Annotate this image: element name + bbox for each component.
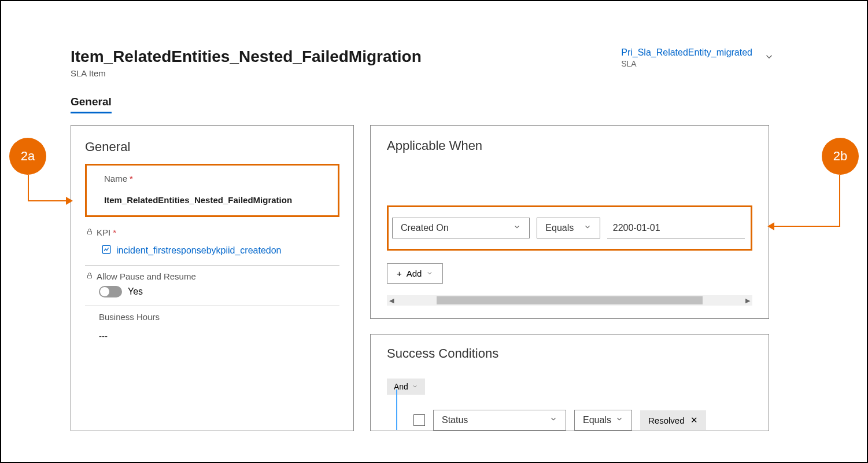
page-title: Item_RelatedEntities_Nested_FailedMigrat… <box>71 47 422 66</box>
callout-arrowhead-2a <box>66 197 73 205</box>
chevron-down-icon <box>615 415 623 425</box>
general-panel-title: General <box>85 139 339 155</box>
name-field-highlight: Name* Item_RelatedEntities_Nested_Failed… <box>85 164 339 217</box>
allow-pause-toggle[interactable] <box>99 286 122 297</box>
allow-pause-value: Yes <box>128 286 143 297</box>
chevron-down-icon <box>513 223 521 233</box>
svg-rect-0 <box>88 232 92 234</box>
tab-general[interactable]: General <box>71 95 112 113</box>
condition-field-dropdown[interactable]: Created On <box>392 218 530 238</box>
business-hours-value[interactable]: --- <box>99 331 339 341</box>
chevron-down-icon <box>583 223 592 233</box>
plus-icon: + <box>397 269 402 278</box>
kpi-field-label: KPI* <box>86 227 339 237</box>
applicable-when-panel: Applicable When Created On Equals <box>370 125 769 319</box>
success-conditions-title: Success Conditions <box>387 346 752 361</box>
scrollbar-thumb[interactable] <box>437 296 703 304</box>
kpi-icon <box>101 244 112 257</box>
page-subtitle: SLA Item <box>71 68 422 78</box>
callout-arrow-2a-h <box>28 200 71 201</box>
applicable-condition-highlight: Created On Equals <box>387 205 752 251</box>
success-value-pill[interactable]: Resolved ✕ <box>640 410 706 430</box>
kpi-value: incident_firstresponsebykpiid_createdon <box>116 245 282 256</box>
close-icon[interactable]: ✕ <box>690 415 698 425</box>
chevron-down-icon <box>426 269 433 278</box>
kpi-link[interactable]: incident_firstresponsebykpiid_createdon <box>101 244 339 257</box>
add-condition-button[interactable]: + Add <box>387 263 443 284</box>
condition-value-input[interactable] <box>607 218 745 238</box>
condition-operator-dropdown[interactable]: Equals <box>537 218 600 238</box>
tree-connector <box>396 389 397 430</box>
name-field-value[interactable]: Item_RelatedEntities_Nested_FailedMigrat… <box>104 195 327 205</box>
lock-icon <box>86 227 94 237</box>
scroll-right-arrow-icon[interactable]: ▶ <box>745 297 750 304</box>
success-field-dropdown[interactable]: Status <box>433 410 566 431</box>
success-conditions-panel: Success Conditions And Status Equals <box>370 334 769 431</box>
applicable-when-title: Applicable When <box>387 138 752 153</box>
group-operator-dropdown[interactable]: And <box>387 379 425 395</box>
chevron-down-icon <box>412 382 418 391</box>
business-hours-label: Business Hours <box>99 312 339 322</box>
general-panel: General Name* Item_RelatedEntities_Neste… <box>71 125 354 431</box>
chevron-down-icon <box>549 415 557 425</box>
callout-arrow-2b-h <box>770 226 840 227</box>
condition-checkbox[interactable] <box>413 414 425 426</box>
scroll-left-arrow-icon[interactable]: ◀ <box>389 297 394 304</box>
svg-rect-2 <box>88 275 92 278</box>
related-sla-sublabel: SLA <box>621 59 752 68</box>
callout-arrow-2b-v <box>839 175 840 227</box>
allow-pause-label: Allow Pause and Resume <box>86 271 339 281</box>
callout-arrowhead-2b <box>767 222 774 230</box>
callout-arrow-2a-v <box>28 175 29 201</box>
success-operator-dropdown[interactable]: Equals <box>574 410 632 431</box>
callout-badge-2b: 2b <box>822 138 859 175</box>
horizontal-scrollbar[interactable]: ◀ ▶ <box>387 295 752 306</box>
lock-icon <box>86 271 94 281</box>
name-field-label: Name* <box>104 174 327 183</box>
success-condition-row: Status Equals Resolved ✕ <box>413 410 752 431</box>
related-sla-link[interactable]: Pri_Sla_RelatedEntity_migrated <box>621 47 752 58</box>
chevron-down-icon[interactable] <box>764 52 774 65</box>
callout-badge-2a: 2a <box>9 138 46 175</box>
